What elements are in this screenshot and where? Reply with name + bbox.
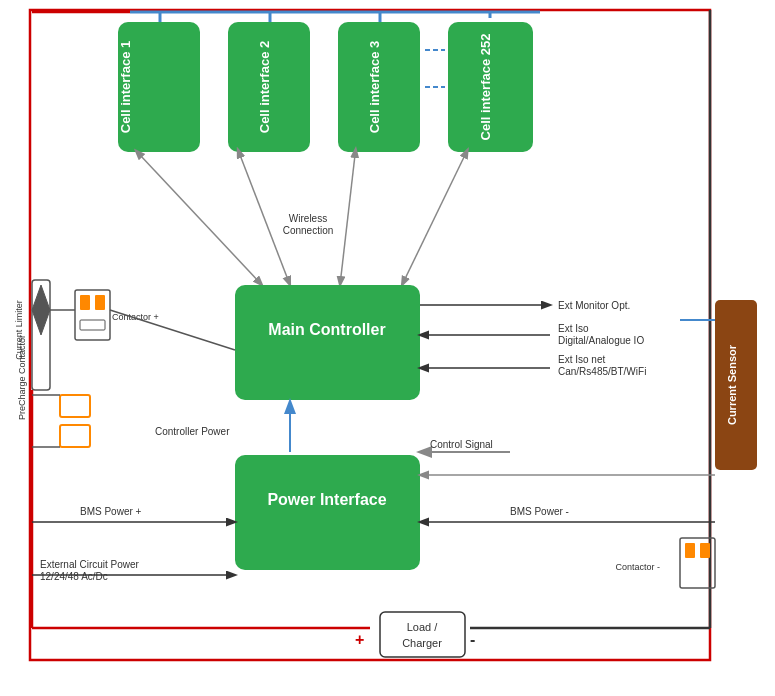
svg-rect-33 bbox=[80, 295, 90, 310]
svg-text:Digital/Analogue IO: Digital/Analogue IO bbox=[558, 335, 644, 346]
svg-rect-41 bbox=[380, 612, 465, 657]
svg-line-74 bbox=[110, 310, 235, 350]
bms-diagram: Cell interface 1 Cell interface 2 Cell i… bbox=[0, 0, 775, 696]
svg-marker-30 bbox=[32, 285, 50, 335]
svg-rect-48 bbox=[685, 543, 695, 558]
svg-text:Ext Iso: Ext Iso bbox=[558, 323, 589, 334]
svg-text:Can/Rs485/BT/WiFi: Can/Rs485/BT/WiFi bbox=[558, 366, 646, 377]
svg-text:Main Controller: Main Controller bbox=[268, 321, 385, 338]
svg-line-17 bbox=[140, 155, 262, 285]
svg-line-19 bbox=[340, 155, 355, 285]
svg-rect-49 bbox=[700, 543, 710, 558]
svg-text:PreCharge Contactor: PreCharge Contactor bbox=[17, 335, 27, 420]
svg-text:Wireless: Wireless bbox=[289, 213, 327, 224]
svg-text:Load /: Load / bbox=[407, 621, 439, 633]
svg-text:+: + bbox=[355, 631, 364, 648]
svg-rect-76 bbox=[60, 425, 90, 447]
svg-text:BMS Power +: BMS Power + bbox=[80, 506, 142, 517]
svg-rect-75 bbox=[60, 395, 90, 417]
svg-rect-25 bbox=[235, 455, 420, 570]
svg-text:-: - bbox=[470, 631, 475, 648]
svg-text:Cell interface 252: Cell interface 252 bbox=[478, 34, 493, 141]
svg-text:Controller Power: Controller Power bbox=[155, 426, 230, 437]
svg-rect-34 bbox=[95, 295, 105, 310]
svg-text:Charger: Charger bbox=[402, 637, 442, 649]
diagram-container: Cell interface 1 Cell interface 2 Cell i… bbox=[0, 0, 775, 696]
svg-text:Cell interface 3: Cell interface 3 bbox=[367, 41, 382, 134]
svg-text:Power Interface: Power Interface bbox=[267, 491, 386, 508]
svg-rect-35 bbox=[80, 320, 105, 330]
svg-text:Ext Iso net: Ext Iso net bbox=[558, 354, 605, 365]
svg-text:12/24/48 Ac/Dc: 12/24/48 Ac/Dc bbox=[40, 571, 108, 582]
svg-line-20 bbox=[402, 155, 465, 285]
svg-text:External Circuit Power: External Circuit Power bbox=[40, 559, 140, 570]
svg-text:BMS Power -: BMS Power - bbox=[510, 506, 569, 517]
svg-text:Current Sensor: Current Sensor bbox=[726, 344, 738, 425]
svg-text:Cell interface 1: Cell interface 1 bbox=[118, 41, 133, 134]
svg-text:Control Signal: Control Signal bbox=[430, 439, 493, 450]
svg-text:Connection: Connection bbox=[283, 225, 334, 236]
svg-text:Cell interface 2: Cell interface 2 bbox=[257, 41, 272, 134]
svg-text:Ext Monitor Opt.: Ext Monitor Opt. bbox=[558, 300, 630, 311]
svg-rect-23 bbox=[235, 285, 420, 400]
svg-text:Contactor -: Contactor - bbox=[615, 562, 660, 572]
svg-line-18 bbox=[240, 155, 290, 285]
